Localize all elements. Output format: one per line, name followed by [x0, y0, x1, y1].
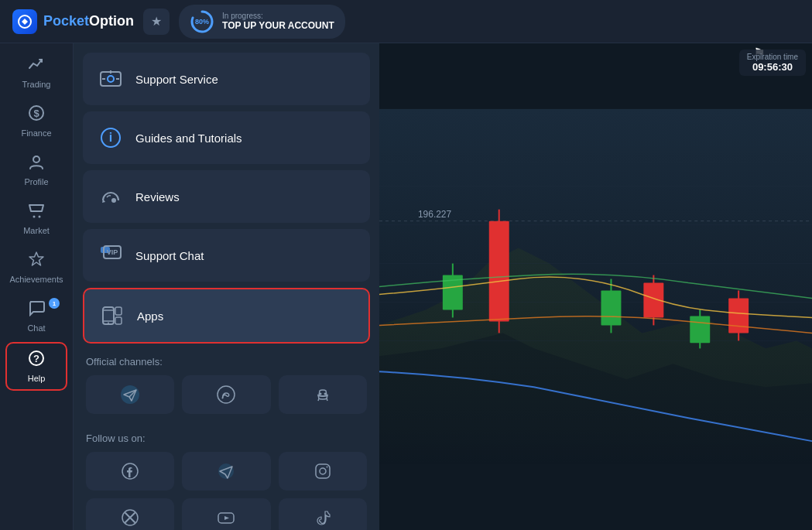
tiktok-button[interactable] — [279, 498, 367, 530]
sidebar-item-profile[interactable]: Profile — [5, 147, 67, 193]
finance-icon: $ — [28, 104, 45, 125]
twitter-button[interactable] — [86, 498, 174, 530]
telegram-channel-button[interactable] — [86, 375, 174, 414]
chat-badge: 1 — [49, 298, 60, 309]
support-chat-item[interactable]: VIP Support Chat — [83, 229, 370, 282]
chart-svg: 196.227 — [379, 43, 812, 530]
official-channels-section: Official channels: — [83, 350, 370, 420]
svg-text:i: i — [109, 131, 112, 144]
discord-channel-button[interactable] — [279, 375, 367, 414]
svg-marker-8 — [29, 252, 43, 265]
apps-item[interactable]: Apps — [83, 288, 370, 344]
instagram-button[interactable] — [279, 452, 367, 491]
support-chat-label: Support Chat — [135, 249, 204, 262]
help-panel: Support Service i Guides and Tutorials — [74, 43, 379, 530]
header: PocketOption ★ 80% In progress: TOP UP Y… — [0, 0, 812, 43]
svg-text:?: ? — [33, 353, 39, 364]
sidebar-item-label-trading: Trading — [22, 80, 51, 89]
svg-text:VIP: VIP — [107, 248, 118, 256]
achievements-icon — [28, 251, 45, 272]
trading-icon — [28, 56, 45, 77]
svg-point-33 — [320, 468, 326, 474]
svg-point-7 — [39, 216, 41, 218]
sidebar-item-label-finance: Finance — [21, 128, 51, 138]
svg-marker-37 — [224, 516, 229, 520]
svg-point-22 — [108, 323, 109, 324]
progress-text: In progress: TOP UP YOUR ACCOUNT — [222, 12, 334, 31]
sidebar-item-label-profile: Profile — [24, 177, 48, 186]
svg-text:$: $ — [33, 108, 39, 119]
top-up-progress-button[interactable]: 80% In progress: TOP UP YOUR ACCOUNT — [179, 5, 345, 39]
svg-point-34 — [326, 467, 327, 468]
facebook-button[interactable] — [86, 452, 174, 491]
apps-icon — [98, 302, 126, 330]
svg-point-27 — [218, 386, 235, 403]
telegram-follow-button[interactable] — [182, 452, 270, 491]
sidebar-item-label-achievements: Achievements — [9, 275, 63, 284]
profile-icon — [28, 153, 45, 174]
expiration-box: Expiration time 09:56:30 — [739, 50, 806, 76]
svg-text:196.227: 196.227 — [418, 209, 452, 220]
sidebar-item-help[interactable]: ? Help — [5, 342, 67, 391]
svg-point-6 — [33, 216, 36, 218]
sidebar-item-label-market: Market — [23, 226, 50, 235]
progress-pct: 80% — [195, 18, 209, 26]
chart-area: ⚑ Expiration time 09:56:30 — [379, 43, 812, 530]
svg-rect-23 — [115, 307, 122, 315]
expiration-time: 09:56:30 — [747, 61, 798, 73]
support-service-icon — [97, 65, 125, 93]
support-chat-icon: VIP — [97, 241, 125, 269]
sidebar-item-finance[interactable]: $ Finance — [5, 98, 67, 144]
support-service-item[interactable]: Support Service — [83, 53, 370, 105]
follow-section: Follow us on: — [83, 426, 370, 530]
help-icon: ? — [28, 350, 45, 371]
progress-circle: 80% — [190, 9, 214, 34]
sidebar-item-label-chat: Chat — [27, 323, 45, 333]
support-service-label: Support Service — [135, 73, 218, 86]
reviews-label: Reviews — [135, 190, 180, 203]
apps-label: Apps — [137, 309, 163, 323]
official-channels-title: Official channels: — [86, 356, 367, 368]
sidebar-item-trading[interactable]: Trading — [5, 50, 67, 95]
sidebar: Trading $ Finance Profile — [0, 43, 74, 530]
sidebar-item-achievements[interactable]: Achievements — [5, 244, 67, 290]
svg-point-12 — [108, 76, 114, 82]
reviews-icon — [97, 183, 125, 210]
expiration-label: Expiration time — [747, 53, 798, 61]
sidebar-item-chat[interactable]: 1 Chat — [5, 293, 67, 339]
chat-icon — [28, 299, 45, 320]
reviews-item[interactable]: Reviews — [83, 170, 370, 223]
logo-text: PocketOption — [43, 13, 134, 29]
sidebar-item-market[interactable]: Market — [5, 196, 67, 241]
guides-icon: i — [97, 124, 125, 152]
follow-grid — [86, 452, 367, 530]
logo-icon — [12, 9, 37, 34]
star-icon: ★ — [151, 14, 162, 29]
favorites-button[interactable]: ★ — [143, 9, 170, 35]
guides-label: Guides and Tutorials — [135, 132, 242, 145]
svg-rect-32 — [316, 464, 330, 478]
whatsapp-channel-button[interactable] — [182, 375, 270, 414]
main-area: Trading $ Finance Profile — [0, 43, 812, 530]
logo: PocketOption — [12, 9, 134, 34]
youtube-button[interactable] — [182, 498, 270, 530]
svg-rect-57 — [728, 298, 749, 333]
svg-rect-55 — [690, 316, 710, 343]
market-icon — [28, 202, 45, 223]
svg-rect-49 — [489, 221, 509, 322]
svg-point-15 — [111, 198, 116, 203]
svg-rect-24 — [115, 317, 122, 324]
svg-rect-51 — [601, 290, 621, 325]
channels-grid — [86, 375, 367, 414]
svg-point-5 — [33, 156, 39, 162]
follow-title: Follow us on: — [86, 433, 367, 444]
sidebar-item-label-help: Help — [28, 374, 46, 383]
guides-item[interactable]: i Guides and Tutorials — [83, 111, 370, 164]
